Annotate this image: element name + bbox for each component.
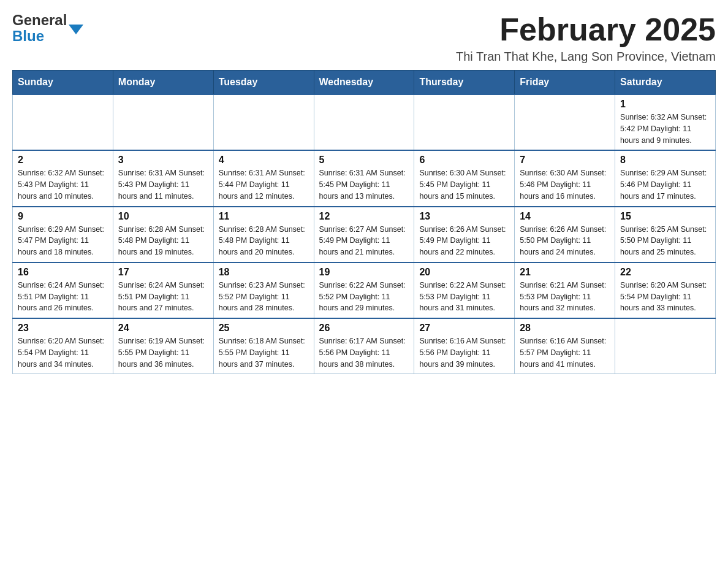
day-number: 6 [419, 155, 509, 166]
calendar-cell [113, 94, 213, 150]
weekday-header-thursday: Thursday [414, 71, 515, 95]
calendar-week-2: 2Sunrise: 6:32 AM Sunset: 5:43 PM Daylig… [13, 150, 716, 206]
day-number: 16 [18, 267, 108, 278]
day-number: 22 [620, 267, 710, 278]
day-info: Sunrise: 6:21 AM Sunset: 5:53 PM Dayligh… [520, 280, 610, 314]
day-info: Sunrise: 6:30 AM Sunset: 5:45 PM Dayligh… [419, 167, 509, 202]
calendar-cell: 8Sunrise: 6:29 AM Sunset: 5:46 PM Daylig… [615, 150, 716, 206]
day-info: Sunrise: 6:24 AM Sunset: 5:51 PM Dayligh… [118, 280, 208, 314]
day-number: 24 [118, 323, 208, 334]
calendar-title: February 2025 [456, 12, 716, 47]
day-info: Sunrise: 6:20 AM Sunset: 5:54 PM Dayligh… [620, 280, 710, 314]
day-number: 20 [419, 267, 509, 278]
day-info: Sunrise: 6:28 AM Sunset: 5:48 PM Dayligh… [118, 224, 208, 258]
calendar-cell [13, 94, 113, 150]
calendar-cell: 13Sunrise: 6:26 AM Sunset: 5:49 PM Dayli… [414, 207, 515, 262]
day-info: Sunrise: 6:31 AM Sunset: 5:45 PM Dayligh… [319, 167, 409, 202]
day-number: 3 [118, 155, 208, 166]
calendar-week-4: 16Sunrise: 6:24 AM Sunset: 5:51 PM Dayli… [13, 262, 716, 318]
day-number: 9 [18, 211, 108, 222]
calendar-cell: 23Sunrise: 6:20 AM Sunset: 5:54 PM Dayli… [13, 318, 113, 374]
logo-triangle-icon [69, 25, 83, 34]
calendar-cell: 19Sunrise: 6:22 AM Sunset: 5:52 PM Dayli… [314, 262, 414, 318]
day-info: Sunrise: 6:17 AM Sunset: 5:56 PM Dayligh… [319, 335, 409, 370]
day-info: Sunrise: 6:32 AM Sunset: 5:42 PM Dayligh… [620, 112, 710, 146]
calendar-cell: 5Sunrise: 6:31 AM Sunset: 5:45 PM Daylig… [314, 150, 414, 206]
calendar-cell: 17Sunrise: 6:24 AM Sunset: 5:51 PM Dayli… [113, 262, 213, 318]
day-number: 14 [520, 211, 610, 222]
calendar-cell: 12Sunrise: 6:27 AM Sunset: 5:49 PM Dayli… [314, 207, 414, 262]
calendar-cell: 16Sunrise: 6:24 AM Sunset: 5:51 PM Dayli… [13, 262, 113, 318]
day-number: 8 [620, 155, 710, 166]
calendar-cell: 28Sunrise: 6:16 AM Sunset: 5:57 PM Dayli… [515, 318, 615, 374]
logo-general: General [12, 12, 67, 28]
day-number: 12 [319, 211, 409, 222]
day-info: Sunrise: 6:24 AM Sunset: 5:51 PM Dayligh… [18, 280, 108, 314]
calendar-cell: 1Sunrise: 6:32 AM Sunset: 5:42 PM Daylig… [615, 94, 716, 150]
calendar-cell: 25Sunrise: 6:18 AM Sunset: 5:55 PM Dayli… [213, 318, 314, 374]
day-info: Sunrise: 6:26 AM Sunset: 5:49 PM Dayligh… [419, 224, 509, 258]
calendar-cell: 18Sunrise: 6:23 AM Sunset: 5:52 PM Dayli… [213, 262, 314, 318]
day-info: Sunrise: 6:16 AM Sunset: 5:57 PM Dayligh… [520, 335, 610, 370]
day-info: Sunrise: 6:22 AM Sunset: 5:52 PM Dayligh… [319, 280, 409, 314]
calendar-week-3: 9Sunrise: 6:29 AM Sunset: 5:47 PM Daylig… [13, 207, 716, 262]
calendar-cell: 4Sunrise: 6:31 AM Sunset: 5:44 PM Daylig… [213, 150, 314, 206]
day-info: Sunrise: 6:19 AM Sunset: 5:55 PM Dayligh… [118, 335, 208, 370]
day-number: 18 [219, 267, 309, 278]
location-subtitle: Thi Tran That Khe, Lang Son Province, Vi… [456, 50, 716, 64]
day-info: Sunrise: 6:30 AM Sunset: 5:46 PM Dayligh… [520, 167, 610, 202]
day-number: 2 [18, 155, 108, 166]
day-info: Sunrise: 6:23 AM Sunset: 5:52 PM Dayligh… [219, 280, 309, 314]
calendar-cell [615, 318, 716, 374]
day-info: Sunrise: 6:25 AM Sunset: 5:50 PM Dayligh… [620, 224, 710, 258]
day-info: Sunrise: 6:31 AM Sunset: 5:44 PM Dayligh… [219, 167, 309, 202]
day-info: Sunrise: 6:29 AM Sunset: 5:47 PM Dayligh… [18, 224, 108, 258]
weekday-header-sunday: Sunday [13, 71, 113, 95]
calendar-cell: 21Sunrise: 6:21 AM Sunset: 5:53 PM Dayli… [515, 262, 615, 318]
calendar-cell: 11Sunrise: 6:28 AM Sunset: 5:48 PM Dayli… [213, 207, 314, 262]
calendar-cell: 9Sunrise: 6:29 AM Sunset: 5:47 PM Daylig… [13, 207, 113, 262]
day-number: 23 [18, 323, 108, 334]
calendar-cell: 2Sunrise: 6:32 AM Sunset: 5:43 PM Daylig… [13, 150, 113, 206]
logo-blue: Blue [12, 28, 67, 44]
day-number: 11 [219, 211, 309, 222]
day-number: 7 [520, 155, 610, 166]
calendar-cell: 27Sunrise: 6:16 AM Sunset: 5:56 PM Dayli… [414, 318, 515, 374]
day-number: 19 [319, 267, 409, 278]
day-number: 10 [118, 211, 208, 222]
calendar-cell [414, 94, 515, 150]
day-info: Sunrise: 6:28 AM Sunset: 5:48 PM Dayligh… [219, 224, 309, 258]
calendar-cell [213, 94, 314, 150]
calendar-cell: 22Sunrise: 6:20 AM Sunset: 5:54 PM Dayli… [615, 262, 716, 318]
calendar-cell [515, 94, 615, 150]
weekday-header-wednesday: Wednesday [314, 71, 414, 95]
calendar-cell: 26Sunrise: 6:17 AM Sunset: 5:56 PM Dayli… [314, 318, 414, 374]
calendar-cell: 7Sunrise: 6:30 AM Sunset: 5:46 PM Daylig… [515, 150, 615, 206]
day-number: 4 [219, 155, 309, 166]
calendar-cell: 3Sunrise: 6:31 AM Sunset: 5:43 PM Daylig… [113, 150, 213, 206]
day-number: 13 [419, 211, 509, 222]
calendar-table: SundayMondayTuesdayWednesdayThursdayFrid… [12, 70, 716, 374]
day-number: 27 [419, 323, 509, 334]
page-header: General Blue February 2025 Thi Tran That… [12, 12, 716, 64]
calendar-cell: 20Sunrise: 6:22 AM Sunset: 5:53 PM Dayli… [414, 262, 515, 318]
weekday-header-friday: Friday [515, 71, 615, 95]
day-info: Sunrise: 6:29 AM Sunset: 5:46 PM Dayligh… [620, 167, 710, 202]
calendar-cell: 15Sunrise: 6:25 AM Sunset: 5:50 PM Dayli… [615, 207, 716, 262]
day-info: Sunrise: 6:20 AM Sunset: 5:54 PM Dayligh… [18, 335, 108, 370]
day-info: Sunrise: 6:27 AM Sunset: 5:49 PM Dayligh… [319, 224, 409, 258]
calendar-cell: 10Sunrise: 6:28 AM Sunset: 5:48 PM Dayli… [113, 207, 213, 262]
weekday-header-row: SundayMondayTuesdayWednesdayThursdayFrid… [13, 71, 716, 95]
calendar-cell: 14Sunrise: 6:26 AM Sunset: 5:50 PM Dayli… [515, 207, 615, 262]
day-info: Sunrise: 6:18 AM Sunset: 5:55 PM Dayligh… [219, 335, 309, 370]
day-info: Sunrise: 6:26 AM Sunset: 5:50 PM Dayligh… [520, 224, 610, 258]
day-number: 21 [520, 267, 610, 278]
day-number: 28 [520, 323, 610, 334]
day-info: Sunrise: 6:16 AM Sunset: 5:56 PM Dayligh… [419, 335, 509, 370]
day-number: 5 [319, 155, 409, 166]
calendar-cell: 24Sunrise: 6:19 AM Sunset: 5:55 PM Dayli… [113, 318, 213, 374]
day-number: 15 [620, 211, 710, 222]
day-number: 1 [620, 99, 710, 110]
day-info: Sunrise: 6:22 AM Sunset: 5:53 PM Dayligh… [419, 280, 509, 314]
logo: General Blue [12, 12, 83, 45]
